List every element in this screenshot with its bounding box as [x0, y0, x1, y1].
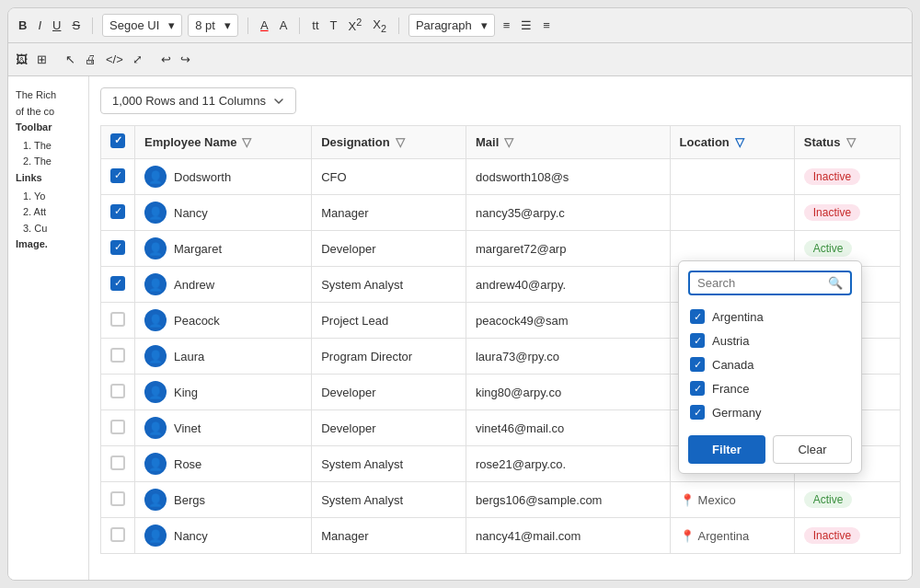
sidebar-image-label: Image.	[16, 236, 81, 253]
avatar: 👤	[144, 237, 167, 259]
avatar: 👤	[144, 309, 167, 331]
avatar: 👤	[144, 166, 167, 188]
filter-items-container: ArgentinaAustriaCanadaFranceGermany	[688, 305, 852, 424]
filter-mail-icon[interactable]: ▽	[504, 135, 513, 149]
sidebar-t1: 1. The	[16, 138, 81, 155]
superscript-button[interactable]: X2	[346, 15, 365, 35]
paragraph-select[interactable]: Paragraph ▾	[408, 14, 495, 37]
main-content: 1,000 Rows and 11 Columns Employee Name	[89, 76, 912, 580]
filter-item[interactable]: France	[688, 376, 852, 400]
avatar: 👤	[144, 489, 167, 511]
row-checkbox[interactable]	[110, 276, 125, 291]
filter-designation-icon[interactable]: ▽	[396, 135, 405, 149]
filter-item-checkbox[interactable]	[690, 357, 705, 372]
filter-item-checkbox[interactable]	[690, 333, 705, 348]
filter-item-label: Canada	[712, 358, 754, 372]
row-checkbox[interactable]	[110, 204, 125, 219]
separator-3	[299, 17, 300, 34]
mail: vinet46@mail.co	[466, 410, 670, 446]
row-checkbox[interactable]	[110, 168, 125, 183]
status-cell: Inactive	[794, 159, 900, 195]
list-style-button[interactable]: ≡	[540, 17, 553, 34]
filter-item-checkbox[interactable]	[690, 309, 705, 324]
row-checkbox[interactable]	[110, 527, 125, 542]
sidebar-l1: 1. Yo	[16, 189, 81, 205]
font-size-select[interactable]: 8 pt ▾	[188, 14, 238, 37]
filter-item-checkbox[interactable]	[690, 381, 705, 396]
filter-location-icon[interactable]: ▽	[735, 135, 744, 149]
list-button[interactable]: ☰	[518, 17, 535, 34]
designation: System Analyst	[312, 446, 466, 482]
avatar: 👤	[144, 417, 167, 439]
tt-button[interactable]: tt	[309, 17, 321, 34]
bold-button[interactable]: B	[16, 17, 29, 34]
filter-name-icon[interactable]: ▽	[242, 135, 251, 149]
sidebar-t2: 2. The	[16, 154, 81, 170]
avatar: 👤	[144, 202, 167, 224]
table-button[interactable]: ⊞	[37, 52, 47, 66]
employee-name: Dodsworth	[174, 170, 231, 184]
employee-name: Margaret	[174, 242, 222, 256]
row-checkbox[interactable]	[110, 420, 125, 434]
location	[670, 159, 794, 195]
mail: nancy35@arpy.c	[466, 195, 670, 231]
select-all-checkbox[interactable]	[110, 133, 125, 148]
row-checkbox[interactable]	[110, 240, 125, 255]
strikethrough-button[interactable]: S	[69, 17, 83, 34]
filter-item-label: France	[712, 382, 749, 396]
align-button[interactable]: ≡	[500, 17, 513, 34]
rows-select-button[interactable]: 1,000 Rows and 11 Columns	[100, 87, 296, 114]
fullscreen-button[interactable]: ⤢	[132, 52, 143, 66]
location: 📍Mexico	[670, 482, 794, 518]
underline-button[interactable]: U	[50, 17, 63, 34]
filter-buttons: Filter Clear	[688, 435, 852, 464]
filter-item[interactable]: Canada	[688, 352, 852, 376]
editor-wrapper: B I U S Segoe UI ▾ 8 pt ▾ A A tt T X2 X2…	[7, 7, 913, 581]
designation: Project Lead	[312, 303, 466, 339]
status-badge: Active	[804, 240, 853, 257]
t-button[interactable]: T	[328, 17, 340, 34]
select-button[interactable]: ↖	[65, 52, 75, 66]
filter-search-container: 🔍	[688, 271, 852, 295]
column-header-status: Status ▽	[794, 126, 900, 159]
filter-item-label: Austria	[712, 334, 749, 348]
row-checkbox[interactable]	[110, 348, 125, 363]
row-checkbox[interactable]	[110, 491, 125, 506]
status-badge: Inactive	[804, 204, 860, 221]
filter-item[interactable]: Argentina	[688, 305, 852, 329]
search-icon: 🔍	[828, 276, 843, 290]
code-button[interactable]: </>	[106, 52, 123, 66]
row-checkbox[interactable]	[110, 455, 125, 470]
filter-search-input[interactable]	[697, 276, 822, 290]
highlight-button[interactable]: A	[277, 17, 291, 34]
image-button[interactable]: 🖼	[16, 52, 28, 66]
filter-item[interactable]: Germany	[688, 400, 852, 424]
separator-4	[398, 17, 399, 34]
filter-status-icon[interactable]: ▽	[846, 135, 856, 149]
redo-button[interactable]: ↪	[180, 52, 190, 66]
column-header-designation: Designation ▽	[312, 126, 466, 159]
print-button[interactable]: 🖨	[85, 52, 97, 66]
row-checkbox[interactable]	[110, 312, 125, 327]
filter-item-checkbox[interactable]	[690, 405, 705, 420]
filter-apply-button[interactable]: Filter	[688, 435, 765, 464]
mail: dodsworth108@s	[466, 159, 670, 195]
designation: Program Director	[312, 339, 466, 375]
avatar: 👤	[144, 345, 167, 367]
employee-name: Nancy	[174, 529, 208, 543]
filter-item[interactable]: Austria	[688, 329, 852, 352]
font-name-select[interactable]: Segoe UI ▾	[102, 14, 182, 37]
column-header-name: Employee Name ▽	[135, 126, 312, 159]
toolbar-top: B I U S Segoe UI ▾ 8 pt ▾ A A tt T X2 X2…	[8, 8, 912, 43]
select-all-header[interactable]	[101, 126, 135, 159]
subscript-button[interactable]: X2	[370, 16, 389, 36]
employee-name: Bergs	[174, 493, 205, 507]
employee-name: Rose	[174, 457, 201, 471]
table-row: 👤DodsworthCFOdodsworth108@sInactive	[101, 159, 901, 195]
undo-button[interactable]: ↩	[161, 52, 171, 66]
filter-clear-button[interactable]: Clear	[773, 435, 852, 464]
font-color-button[interactable]: A	[258, 17, 271, 34]
editor-sidebar: The Rich of the co Toolbar 1. The 2. The…	[8, 76, 89, 580]
italic-button[interactable]: I	[35, 17, 44, 34]
row-checkbox[interactable]	[110, 384, 125, 398]
